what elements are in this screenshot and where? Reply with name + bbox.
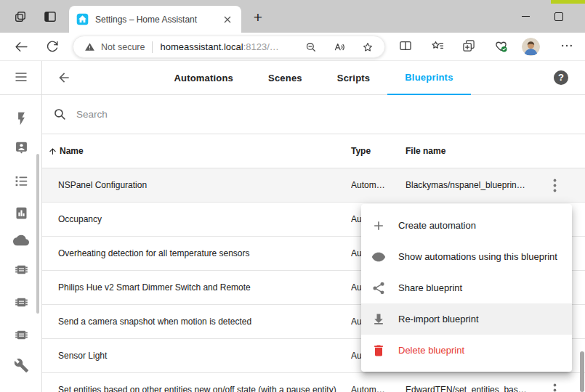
address-divider [152, 41, 153, 53]
table-header: Name Type File name [42, 134, 585, 168]
new-tab-button[interactable]: + [248, 8, 268, 27]
tab-automations[interactable]: Automations [156, 61, 251, 95]
page-content: Automations Scenes Scripts Blueprints ? [0, 61, 585, 392]
sidebar-item-list-icon[interactable] [12, 172, 30, 189]
table-row[interactable]: Set entities based on other entities new… [42, 373, 585, 392]
column-header-file[interactable]: File name [406, 146, 550, 156]
refresh-icon[interactable] [45, 39, 60, 54]
sidebar-scrollbar[interactable] [36, 154, 39, 314]
home-assistant-favicon [76, 13, 89, 25]
browser-essentials-icon[interactable] [493, 38, 509, 54]
sidebar-item-energy-icon[interactable] [12, 110, 30, 127]
window-controls [509, 0, 576, 33]
tab-title: Settings – Home Assistant [95, 15, 221, 25]
sort-ascending-icon [48, 147, 57, 156]
trash-icon [371, 343, 386, 358]
blueprint-context-menu: Create automation Show automations using… [361, 204, 572, 372]
search-icon [53, 107, 67, 121]
browser-back-icon[interactable] [14, 39, 29, 54]
tab-scripts[interactable]: Scripts [320, 61, 387, 95]
sidebar [0, 61, 42, 392]
vertical-tabs-icon[interactable] [43, 9, 57, 24]
menu-item-show-automations[interactable]: Show automations using this blueprint [361, 241, 572, 272]
read-aloud-icon[interactable] [333, 41, 346, 54]
search-input[interactable] [75, 108, 368, 121]
sidebar-menu-icon[interactable] [12, 68, 30, 86]
download-icon [371, 312, 386, 327]
share-icon [371, 281, 386, 295]
browser-toolbar: Not secure homeassistant.local:8123/… [0, 33, 585, 61]
tab-blueprints[interactable]: Blueprints [387, 61, 470, 95]
browser-more-icon[interactable] [560, 38, 574, 53]
menu-item-delete-blueprint[interactable]: Delete blueprint [361, 335, 572, 366]
tab-close-icon[interactable] [221, 13, 234, 26]
eye-icon [371, 250, 386, 264]
not-secure-warning-icon [84, 41, 95, 52]
content-scrollbar[interactable] [580, 351, 584, 392]
tab-scenes[interactable]: Scenes [251, 61, 320, 95]
favorites-list-icon[interactable] [430, 38, 445, 53]
minimize-icon [522, 16, 530, 17]
table-row[interactable]: NSPanel Configuration Autom… Blackymas/n… [42, 168, 585, 203]
maximize-icon [554, 12, 563, 21]
plus-icon [371, 219, 386, 233]
address-bar[interactable]: Not secure homeassistant.local:8123/… [73, 36, 385, 58]
workspaces-icon[interactable] [13, 9, 28, 24]
menu-item-create-automation[interactable]: Create automation [361, 210, 572, 241]
search-bar [42, 95, 585, 134]
url-text: homeassistant.local:8123/… [160, 41, 278, 52]
settings-header: Automations Scenes Scripts Blueprints ? [42, 61, 585, 95]
row-overflow-menu-icon[interactable] [549, 383, 560, 392]
sidebar-item-tools-icon[interactable] [12, 356, 30, 374]
settings-tabs: Automations Scenes Scripts Blueprints [42, 61, 585, 95]
sidebar-item-analytics-icon[interactable] [12, 204, 30, 221]
collections-icon[interactable] [461, 38, 476, 53]
menu-item-share-blueprint[interactable]: Share blueprint [361, 272, 572, 303]
sidebar-divider [0, 94, 41, 95]
help-icon[interactable]: ? [554, 70, 568, 85]
menu-item-reimport-blueprint[interactable]: Re-import blueprint [361, 303, 572, 335]
sidebar-item-voice-assistant-icon[interactable] [12, 139, 30, 156]
browser-tab[interactable]: Settings – Home Assistant [69, 6, 241, 33]
not-secure-label: Not secure [101, 42, 145, 52]
maximize-button[interactable] [542, 0, 576, 33]
browser-window: Settings – Home Assistant + [0, 0, 585, 392]
column-header-type[interactable]: Type [351, 146, 406, 156]
sidebar-item-chip-2-icon[interactable] [12, 293, 30, 311]
blueprints-panel: Automations Scenes Scripts Blueprints ? [42, 61, 585, 392]
favorite-star-icon[interactable] [361, 41, 374, 54]
sidebar-item-cloud-icon[interactable] [12, 232, 30, 249]
zoom-out-icon[interactable] [304, 41, 318, 54]
profile-avatar[interactable] [522, 38, 540, 56]
sidebar-item-chip-3-icon[interactable] [12, 326, 30, 343]
split-screen-icon[interactable] [398, 38, 413, 53]
column-header-name[interactable]: Name [42, 146, 351, 156]
minimize-button[interactable] [509, 0, 542, 33]
browser-titlebar: Settings – Home Assistant + [0, 0, 585, 33]
row-overflow-menu-icon[interactable] [549, 178, 560, 192]
sidebar-item-chip-1-icon[interactable] [12, 261, 30, 278]
